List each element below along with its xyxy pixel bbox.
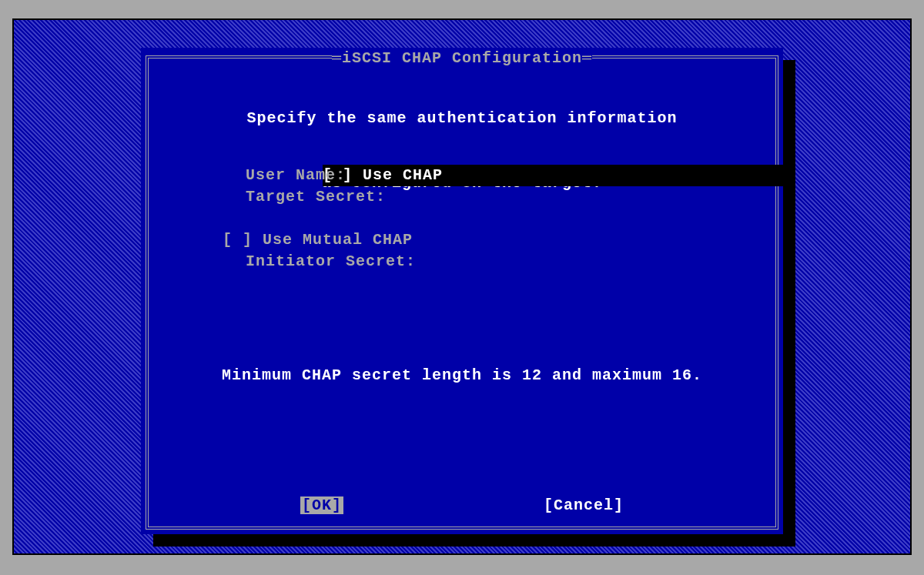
target-secret-field[interactable]: Target Secret: — [223, 186, 752, 208]
use-mutual-chap-checkbox[interactable]: [ ] Use Mutual CHAP — [223, 229, 752, 251]
field-area: [ ] Use CHAP User Name: Target Secret: [… — [223, 143, 752, 272]
use-chap-row[interactable]: [ ] Use CHAP — [223, 143, 752, 165]
chap-config-dialog: ═iSCSI CHAP Configuration═ Specify the s… — [141, 48, 783, 534]
footer-bar: Copyright (c) 2003-2013 Intel Corporatio… — [0, 555, 924, 573]
secret-length-hint: Minimum CHAP secret length is 12 and max… — [149, 366, 775, 384]
cancel-button[interactable]: [Cancel] — [544, 496, 624, 514]
dialog-border: ═iSCSI CHAP Configuration═ Specify the s… — [146, 55, 778, 530]
button-row: [OK] [Cancel] — [149, 496, 775, 514]
ok-button[interactable]: [OK] — [300, 496, 343, 514]
outer-panel: ═iSCSI CHAP Configuration═ Specify the s… — [12, 18, 912, 555]
title-bar: Intel(R) iSCSI Remote Boot v2.8.12 — [0, 0, 924, 18]
use-chap-checkbox[interactable]: [ ] Use CHAP — [323, 165, 786, 186]
intro-line-1: Specify the same authentication informat… — [149, 108, 775, 129]
initiator-secret-field[interactable]: Initiator Secret: — [223, 251, 752, 272]
